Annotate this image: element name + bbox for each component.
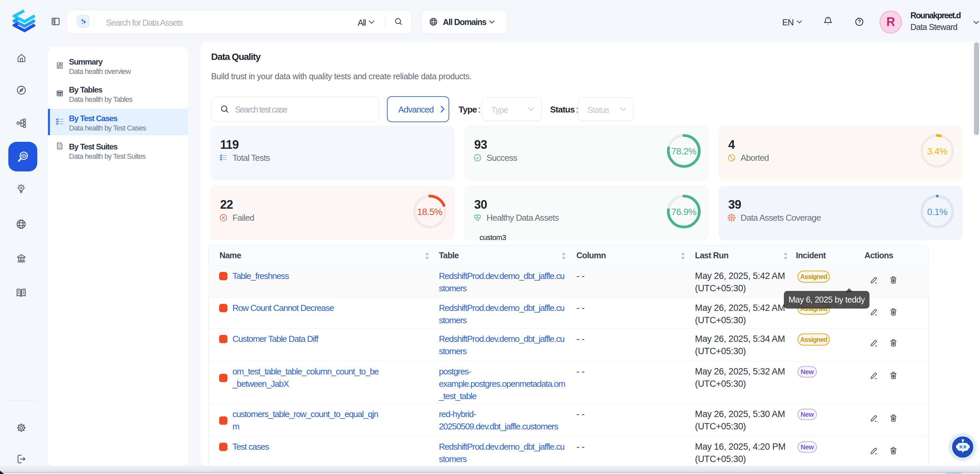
svg-text:78.2%: 78.2% (671, 146, 696, 156)
svg-text:3.4%: 3.4% (927, 146, 947, 156)
svg-text:18.5%: 18.5% (417, 207, 442, 217)
svg-text:76.9%: 76.9% (671, 207, 696, 217)
svg-text:0.1%: 0.1% (927, 207, 947, 217)
